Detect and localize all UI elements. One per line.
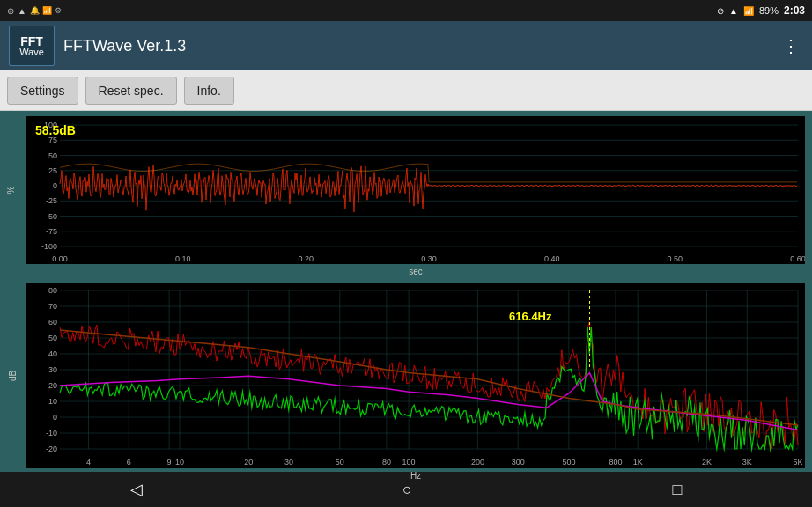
spectrum-x-unit: Hz [410,471,421,481]
waveform-db-label: 58.5dB [35,123,76,137]
spectrum-canvas [26,283,805,468]
waveform-section: % 58.5dB sec [26,116,805,264]
battery-percent: 89% [759,5,779,16]
waveform-y-axis-label: % [6,187,16,195]
charts-area: % 58.5dB sec dB 616.4Hz Hz [0,111,812,472]
app-bar: FFT Wave FFTWave Ver.1.3 ⋮ [0,21,812,70]
app-icon-fft-text: FFT [20,35,43,48]
spectrum-y-axis-label: dB [8,371,18,381]
info-button[interactable]: Info. [184,77,234,105]
no-signal-icon: ⊘ [717,6,724,16]
app-icon-wave-text: Wave [19,48,44,57]
recents-button[interactable]: □ [646,474,708,506]
signal-icon: ▲ [18,6,26,16]
waveform-x-unit: sec [409,267,423,276]
app-title: FFTWave Ver.1.3 [63,37,779,55]
waveform-canvas [26,116,805,264]
overflow-menu-button[interactable]: ⋮ [779,32,803,60]
app-icons: 🔔📶⚙ [30,6,62,15]
nav-bar: ◁ ○ □ [0,472,812,507]
reset-spec-button[interactable]: Reset spec. [85,77,177,105]
status-icons-right: ⊘ ▲ 📶 89% 2:03 [717,4,805,17]
wifi-status-icon: ▲ [729,6,738,16]
signal-bars-icon: 📶 [743,6,754,16]
status-icons-left: ⊕ ▲ 🔔📶⚙ [7,6,62,16]
settings-button[interactable]: Settings [7,77,78,105]
back-button[interactable]: ◁ [104,473,169,506]
toolbar: Settings Reset spec. Info. [0,70,812,111]
clock: 2:03 [784,4,805,17]
status-bar: ⊕ ▲ 🔔📶⚙ ⊘ ▲ 📶 89% 2:03 [0,0,812,21]
app-logo: FFT Wave [9,26,55,66]
spectrum-section: dB 616.4Hz Hz [26,283,805,468]
home-button[interactable]: ○ [376,474,439,506]
spectrum-peak-label: 616.4Hz [509,310,551,323]
wifi-icon: ⊕ [7,6,14,16]
